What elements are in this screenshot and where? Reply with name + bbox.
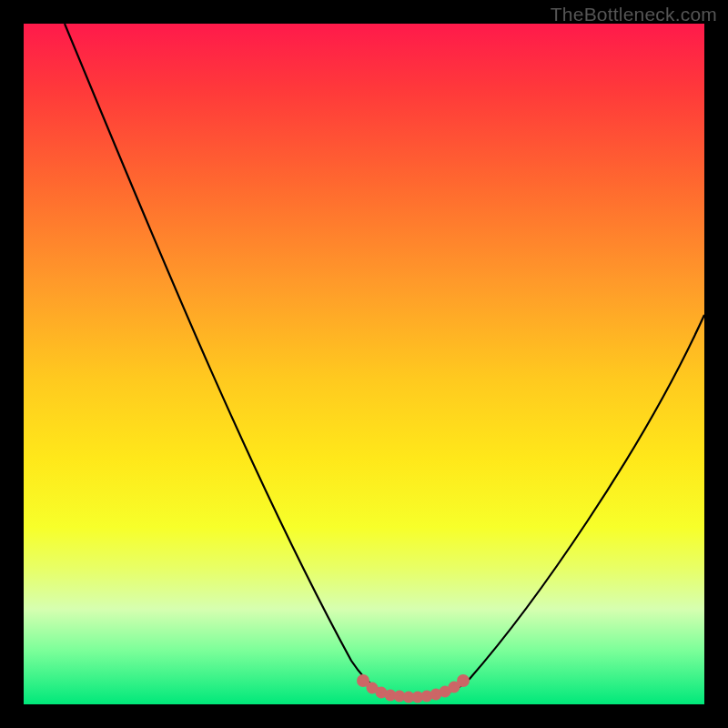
minimum-marker-cluster xyxy=(359,677,467,701)
svg-point-8 xyxy=(433,692,440,698)
curve-svg xyxy=(24,24,704,704)
svg-point-3 xyxy=(388,693,394,699)
svg-point-5 xyxy=(406,694,412,701)
bottleneck-curve xyxy=(65,24,704,697)
svg-point-9 xyxy=(442,689,449,695)
plot-area xyxy=(24,24,704,704)
watermark-text: TheBottleneck.com xyxy=(551,4,717,25)
svg-point-7 xyxy=(424,693,430,700)
chart-frame: TheBottleneck.com xyxy=(0,0,728,728)
svg-point-6 xyxy=(415,694,421,701)
svg-point-4 xyxy=(397,693,403,700)
